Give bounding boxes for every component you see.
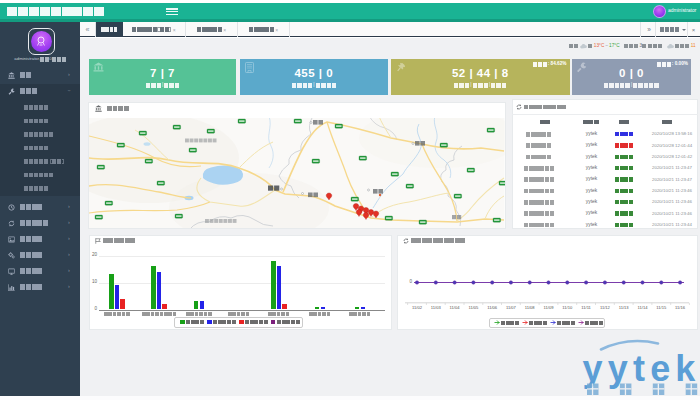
svg-text:yytek: yytek bbox=[583, 348, 700, 389]
